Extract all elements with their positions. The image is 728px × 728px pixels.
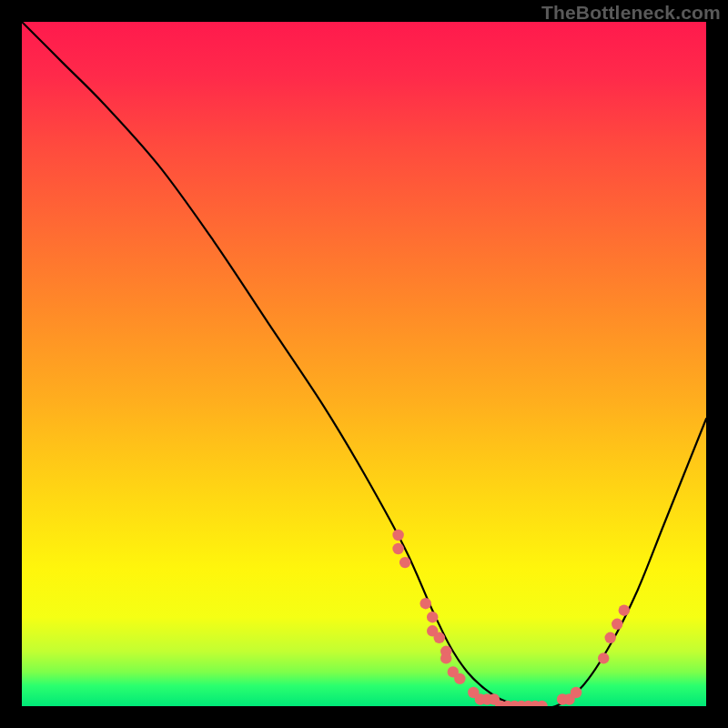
curve-marker: [420, 598, 431, 609]
curve-marker: [571, 687, 581, 698]
bottleneck-curve-svg: [22, 22, 706, 706]
curve-marker: [612, 619, 622, 630]
curve-markers: [392, 530, 630, 706]
curve-marker: [434, 632, 445, 643]
curve-marker: [440, 652, 451, 663]
chart-frame: TheBottleneck.com: [0, 0, 728, 728]
bottleneck-curve: [22, 22, 706, 706]
curve-marker: [598, 652, 609, 663]
curve-marker: [427, 612, 438, 622]
plot-area: [22, 22, 706, 706]
curve-marker: [399, 557, 410, 568]
curve-marker: [392, 530, 403, 541]
curve-marker: [605, 632, 616, 643]
curve-marker: [454, 673, 465, 684]
curve-marker: [619, 605, 630, 616]
watermark-text: TheBottleneck.com: [541, 2, 721, 24]
curve-marker: [392, 543, 403, 554]
